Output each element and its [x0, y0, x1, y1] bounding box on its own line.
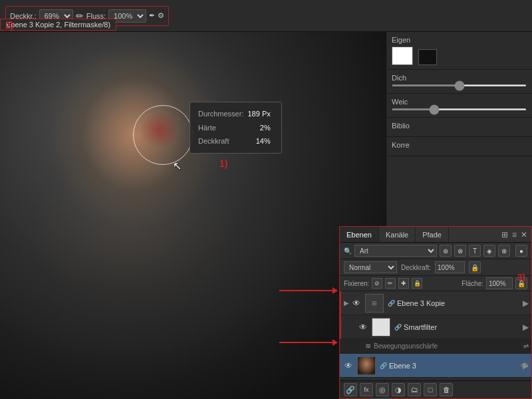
blur-label-1: Bewegungsunschärfe — [374, 342, 438, 350]
tab-icon-2[interactable]: ≡ — [512, 230, 517, 239]
layer-visibility-ebene3[interactable]: 👁 — [342, 360, 354, 372]
area-label: Fläche: — [462, 280, 483, 287]
arrow-annotation-smartfilter1 — [279, 287, 338, 294]
filter-type-select[interactable]: Art — [354, 245, 437, 257]
blur-filter-row-1[interactable]: ≋ Bewegungsunschärfe ⇌ — [340, 339, 531, 354]
bottom-link-icon[interactable]: 🔗 — [344, 383, 357, 396]
tab-pfade[interactable]: Pfade — [416, 227, 449, 242]
foreground-color-swatch[interactable] — [392, 47, 413, 65]
layers-bottom-bar: 🔗 fx ◎ ◑ 🗂 □ 🗑 — [340, 380, 531, 398]
bottom-delete-icon[interactable]: 🗑 — [440, 383, 453, 396]
arrow-line-1 — [279, 290, 332, 291]
dichte-slider-row — [392, 84, 527, 86]
scroll-arrow-ebene3: ▶ — [523, 361, 529, 370]
dichte-slider[interactable] — [392, 84, 527, 86]
tab-kanaele[interactable]: Kanäle — [379, 227, 416, 242]
layer-visibility-ebene3kopie[interactable]: 👁 — [350, 297, 362, 309]
layer-link-ebene3kopie: 🔗 — [386, 299, 396, 308]
blend-mode-select[interactable]: Normal — [344, 261, 397, 273]
arrow-head-2 — [332, 339, 338, 346]
hardness-label: Härte — [198, 122, 246, 134]
filter-btn-3[interactable]: T — [469, 245, 481, 257]
scroll-arrow-ebene3kopie: ▶ — [523, 299, 529, 308]
fix-label: Fixieren: — [344, 280, 369, 287]
filter-btn-1[interactable]: ⊛ — [440, 245, 452, 257]
layer-link-ebene3: 🔗 — [378, 361, 388, 370]
cursor-arrow: ↖ — [173, 160, 182, 172]
filter-btn-5[interactable]: ⊕ — [498, 245, 510, 257]
scroll-arrow-sf1: ▶ — [523, 323, 529, 332]
weic-slider-row — [392, 108, 527, 110]
brush-stroke — [140, 112, 180, 148]
bottom-group-icon[interactable]: 🗂 — [408, 383, 421, 396]
layer-visibility-smartfilter1[interactable]: 👁 — [357, 321, 369, 333]
fix-row: Fixieren: ⊘ ✏ ✚ 🔒 Fläche: 🔒 — [340, 276, 531, 291]
layer-row-ebene3[interactable]: 👁 🔗 Ebene 3 👁 ▶ — [340, 354, 531, 378]
opacity-blend-label: Deckkraft: — [401, 264, 431, 271]
blend-lock-icon[interactable]: 🔒 — [469, 261, 481, 273]
layer-info-bar: Ebene 3 Kopie 2, Filtermaske/8) — [0, 19, 116, 31]
annotation-2: 2) — [5, 20, 13, 31]
weic-section: Weic — [386, 94, 532, 118]
bottom-adj-icon[interactable]: ◑ — [392, 383, 405, 396]
bottom-new-icon[interactable]: □ — [424, 383, 437, 396]
layer-row-smartfilter1[interactable]: 👁 🔗 Smartfilter ▶ — [340, 315, 531, 339]
layers-tabs: Ebenen Kanäle Pfade ⊞ ≡ ✕ — [340, 227, 531, 243]
annotation-1: 1) — [219, 158, 227, 169]
diameter-label: Durchmesser: — [198, 108, 246, 120]
biblio-label: Biblio — [392, 122, 527, 130]
layer-info-text: Ebene 3 Kopie 2, Filtermaske/8) — [6, 21, 110, 29]
extra-icon2: ⚙ — [158, 11, 164, 20]
blur-icon-1: ≋ — [365, 342, 371, 350]
dichte-section: Dich — [386, 70, 532, 94]
layer-name-smartfilter1: Smartfilter — [404, 323, 529, 331]
opacity-blend-value[interactable] — [435, 261, 465, 273]
layer-row-ebene3kopie[interactable]: ▶ 👁 ⊞ 🔗 Ebene 3 Kopie ▶ — [340, 291, 531, 315]
opacity-tooltip-value: 14% — [247, 135, 273, 148]
bottom-mask-icon[interactable]: ◎ — [376, 383, 389, 396]
tab-icons: ⊞ ≡ ✕ — [497, 230, 531, 239]
layer-thumb-ebene3kopie: ⊞ — [365, 294, 384, 313]
bottom-fx-icon[interactable]: fx — [360, 383, 373, 396]
filter-btn-4[interactable]: ◈ — [483, 245, 495, 257]
layer-thumb-ebene3 — [357, 356, 376, 375]
collapse-arrow: ▶ — [344, 299, 349, 307]
opacity-tooltip-label: Deckkraft — [198, 135, 246, 148]
tab-ebenen[interactable]: Ebenen — [340, 227, 379, 242]
blend-mode-row: Normal Deckkraft: 🔒 — [340, 259, 531, 276]
layer-thumb-smartfilter1 — [372, 318, 390, 336]
korre-label: Korre — [392, 141, 527, 149]
extra-icon1: ✒ — [149, 11, 155, 20]
fix-icon-4[interactable]: 🔒 — [412, 278, 422, 289]
blur-settings-icon-1[interactable]: ⇌ — [523, 342, 529, 350]
arrow-annotation-smartfilter2 — [279, 339, 338, 346]
hardness-value: 2% — [247, 122, 273, 134]
layer-link-sf1: 🔗 — [393, 323, 402, 332]
background-color-swatch[interactable] — [418, 49, 437, 65]
layer-name-ebene3kopie: Ebene 3 Kopie — [397, 299, 529, 307]
layers-filter-toolbar: 🔍 Art ⊛ ⊗ T ◈ ⊕ ● — [340, 243, 531, 259]
biblio-section: Biblio — [386, 118, 532, 137]
tab-icon-close[interactable]: ✕ — [521, 230, 527, 239]
arrow-head-1 — [332, 287, 338, 294]
filter-toggle[interactable]: ● — [515, 245, 527, 257]
fix-icon-1[interactable]: ⊘ — [372, 278, 382, 289]
fix-icon-2[interactable]: ✏ — [385, 278, 396, 289]
area-value-input[interactable] — [486, 277, 513, 289]
tab-icon-1[interactable]: ⊞ — [501, 230, 508, 239]
arrow-line-2 — [279, 342, 332, 343]
fix-icon-3[interactable]: ✚ — [398, 278, 409, 289]
layers-panel: Ebenen Kanäle Pfade ⊞ ≡ ✕ 🔍 Art ⊛ ⊗ T ◈ … — [339, 226, 532, 399]
layer-name-ebene3: Ebene 3 — [389, 362, 521, 370]
filter-btn-2[interactable]: ⊗ — [454, 245, 466, 257]
filter-icon: 🔍 — [344, 247, 352, 255]
korre-section: Korre — [386, 137, 532, 156]
annotation-3: 3) — [517, 272, 525, 283]
right-panel-eigen: Eigen — [386, 32, 532, 70]
diameter-value: 189 Px — [247, 108, 273, 120]
brush-tooltip: Durchmesser: 189 Px Härte 2% Deckkraft 1… — [190, 102, 282, 154]
weic-slider[interactable] — [392, 108, 527, 110]
eigen-title: Eigen — [392, 36, 527, 44]
